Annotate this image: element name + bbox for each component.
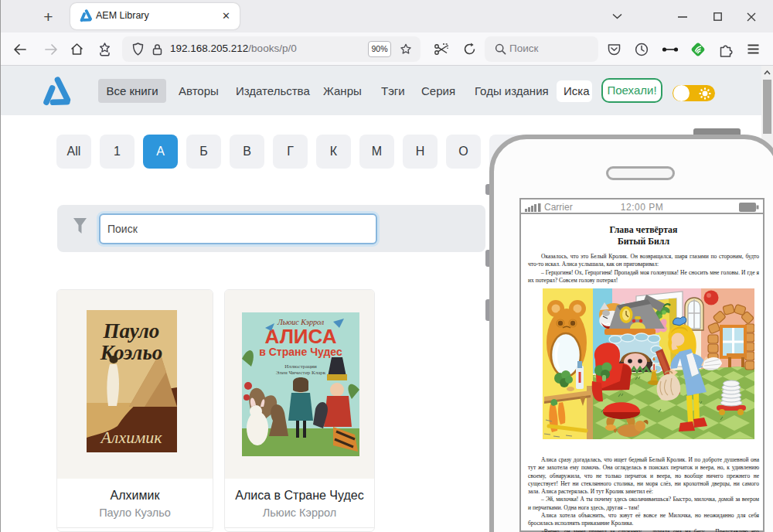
svg-text:Иллюстрации: Иллюстрации <box>284 363 317 370</box>
svg-text:Элен Чичестер Кларк: Элен Чичестер Кларк <box>276 370 326 376</box>
svg-text:Коэльо: Коэльо <box>100 341 163 364</box>
svg-text:Алхимик: Алхимик <box>99 428 162 447</box>
svg-text:Пауло: Пауло <box>103 319 160 343</box>
svg-text:АЛИСА: АЛИСА <box>265 325 337 348</box>
svg-text:в Стране Чудес: в Стране Чудес <box>259 346 342 358</box>
